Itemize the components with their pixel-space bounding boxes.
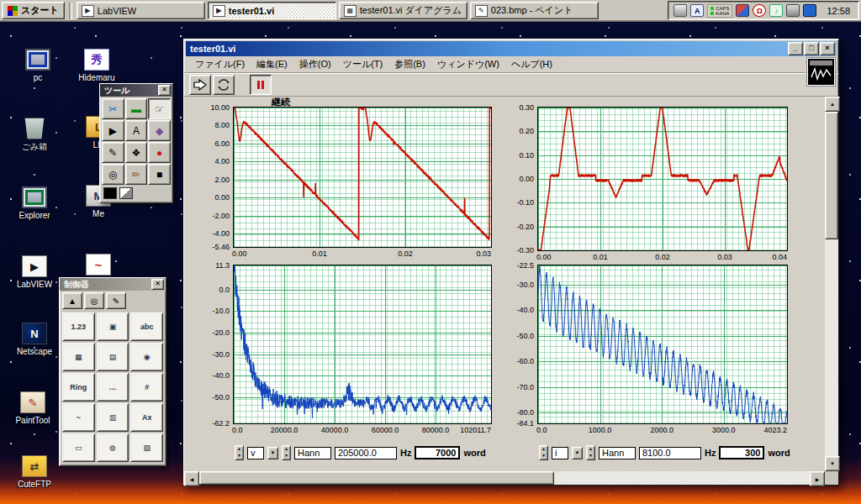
- printer-icon[interactable]: [673, 4, 687, 17]
- window-function-right[interactable]: Hann: [599, 447, 636, 459]
- vi-icon[interactable]: [806, 57, 836, 87]
- desktop-icon-netscape[interactable]: N Netscape: [8, 323, 61, 356]
- enum-controls-icon[interactable]: Ring: [62, 373, 95, 402]
- scroll-up-icon[interactable]: ▲: [825, 97, 840, 112]
- color-copy-tool[interactable]: ◆: [148, 120, 171, 141]
- menu-edit[interactable]: 編集(E): [251, 56, 293, 72]
- menu-tools[interactable]: ツール(T): [337, 56, 389, 72]
- string-path-controls-icon[interactable]: abc: [130, 312, 163, 341]
- vertical-scrollbar[interactable]: ▲ ▼: [825, 97, 838, 471]
- desktop-icon-explorer[interactable]: Explorer: [8, 186, 61, 220]
- scroll-right-icon[interactable]: ▶: [810, 471, 825, 486]
- search-icon[interactable]: ◎: [84, 292, 104, 309]
- edit-text-tool[interactable]: A: [125, 120, 148, 141]
- horizontal-scroll-thumb[interactable]: [199, 471, 554, 485]
- tray-clock[interactable]: 12:58: [820, 6, 853, 16]
- desktop-icon-hidemaru[interactable]: 秀 Hidemaru: [71, 49, 123, 82]
- boolean-controls-icon[interactable]: ▣: [97, 312, 129, 341]
- menu-help[interactable]: ヘルプ(H): [505, 56, 558, 72]
- background-color-swatch[interactable]: [119, 187, 133, 199]
- window-titlebar[interactable]: tester01.vi _ □ ×: [186, 41, 837, 56]
- network-users-icon[interactable]: [736, 4, 749, 17]
- numeric-controls-icon[interactable]: 1.23: [62, 312, 95, 341]
- taskbar-task-tester01-panel[interactable]: ▶ tester01.vi: [208, 2, 336, 19]
- desktop-icon-labview[interactable]: ▶ LabVIEW: [8, 255, 61, 289]
- wire-tool[interactable]: ▬: [125, 98, 148, 119]
- system-agent-icon[interactable]: [803, 4, 816, 17]
- probe-tool[interactable]: ◎: [102, 164, 124, 185]
- position-tool[interactable]: ▶: [102, 120, 124, 141]
- table-controls-icon[interactable]: ▨: [130, 433, 163, 462]
- sample-count-left[interactable]: 7000: [415, 446, 460, 459]
- close-icon[interactable]: ×: [820, 42, 835, 55]
- chevron-down-icon[interactable]: ▼: [572, 447, 583, 459]
- list-controls-icon[interactable]: ▤: [97, 343, 129, 371]
- color-tool[interactable]: ■: [148, 164, 171, 185]
- window-function-left[interactable]: Hann: [294, 447, 331, 459]
- taskbar-task-labview[interactable]: ▶ LabVIEW: [77, 2, 205, 19]
- activex-controls-icon[interactable]: Ax: [130, 403, 163, 432]
- mode-select-right[interactable]: i: [552, 447, 568, 459]
- brush-tool[interactable]: ✏: [125, 164, 148, 185]
- run-continuous-button[interactable]: [213, 75, 235, 95]
- vertical-scroll-thumb[interactable]: [825, 112, 838, 239]
- scroll-left-icon[interactable]: ◀: [184, 471, 199, 486]
- plot-area[interactable]: [537, 107, 788, 251]
- array-controls-icon[interactable]: ▦: [62, 343, 95, 371]
- window-fn-spinner[interactable]: ▲▼: [282, 445, 291, 460]
- sample-count-right[interactable]: 300: [719, 446, 764, 459]
- desktop-icon-painttool[interactable]: ✎ PaintTool: [7, 391, 59, 425]
- ime-indicator[interactable]: A: [690, 4, 704, 17]
- window-fn-spinner[interactable]: ▲▼: [586, 445, 595, 460]
- scroll-down-icon[interactable]: ▼: [825, 456, 840, 471]
- operate-value-tool[interactable]: ☞: [148, 98, 171, 119]
- sample-rate-right[interactable]: 8100.0: [639, 447, 701, 459]
- mode-select-left[interactable]: v: [247, 447, 264, 459]
- decorations-icon[interactable]: ▭: [62, 433, 95, 462]
- controls-palette-titlebar[interactable]: 制御器 ✕: [60, 278, 166, 291]
- tools-palette-titlebar[interactable]: ツール ✕: [100, 84, 172, 97]
- menu-browse[interactable]: 参照(B): [388, 56, 431, 72]
- edit-palette-icon[interactable]: ✎: [106, 292, 126, 309]
- maximize-icon[interactable]: □: [804, 42, 819, 55]
- edit-tool[interactable]: ✎: [102, 142, 124, 163]
- volume-icon[interactable]: ♪: [769, 4, 783, 17]
- taskbar-task-paint[interactable]: ✎ 023.bmp - ペイント: [470, 2, 599, 19]
- chevron-down-icon[interactable]: ▼: [267, 447, 278, 459]
- desktop-icon-recycle-bin[interactable]: ごみ箱: [8, 118, 61, 151]
- mode-spinner[interactable]: ▲▼: [235, 445, 244, 460]
- taskbar-task-tester01-diagram[interactable]: ▦ tester01.vi ダイアグラム: [339, 2, 467, 19]
- plot-area[interactable]: [537, 265, 788, 424]
- y-tick-label: 11.3: [215, 261, 230, 270]
- close-icon[interactable]: ✕: [158, 85, 171, 96]
- graph-controls-icon[interactable]: ▥: [97, 403, 129, 432]
- run-button[interactable]: [189, 75, 211, 95]
- desktop-icon-cuteftp[interactable]: ⇄ CuteFTP: [8, 455, 61, 489]
- mode-spinner[interactable]: ▲▼: [539, 445, 548, 460]
- menu-window[interactable]: ウィンドウ(W): [431, 56, 505, 72]
- refnum-controls-icon[interactable]: …: [97, 373, 129, 402]
- desktop-icon-pc[interactable]: pc: [12, 49, 64, 82]
- plot-area[interactable]: [233, 265, 492, 424]
- scroll-tool[interactable]: ❖: [125, 142, 148, 163]
- display-settings-icon[interactable]: [786, 4, 800, 17]
- ring-controls-icon[interactable]: ◉: [130, 343, 163, 371]
- dial-controls-icon[interactable]: ◍: [97, 433, 129, 462]
- menu-operate[interactable]: 操作(O): [293, 56, 337, 72]
- start-button[interactable]: スタート: [2, 2, 65, 19]
- chart-controls-icon[interactable]: ~: [62, 403, 95, 432]
- plot-area[interactable]: [233, 107, 492, 248]
- horizontal-scrollbar[interactable]: ◀ ▶: [184, 471, 825, 485]
- sample-rate-left[interactable]: 205000.0: [335, 447, 397, 459]
- up-level-icon[interactable]: ▲: [62, 292, 82, 309]
- numeric-indicator-icon[interactable]: #: [130, 373, 163, 402]
- menu-file[interactable]: ファイル(F): [189, 56, 251, 72]
- wire-cut-tool[interactable]: ✂: [102, 98, 124, 119]
- pause-button[interactable]: [250, 75, 272, 95]
- tools-palette: ツール ✕ ✂ ▬ ☞ ▶ A ◆ ✎ ❖ ● ◎ ✏ ■: [99, 83, 173, 203]
- minimize-icon[interactable]: _: [788, 42, 803, 55]
- breakpoint-tool[interactable]: ●: [148, 142, 171, 163]
- close-icon[interactable]: ✕: [151, 279, 164, 290]
- antivirus-icon[interactable]: Ω: [753, 4, 766, 17]
- foreground-color-swatch[interactable]: [103, 187, 117, 199]
